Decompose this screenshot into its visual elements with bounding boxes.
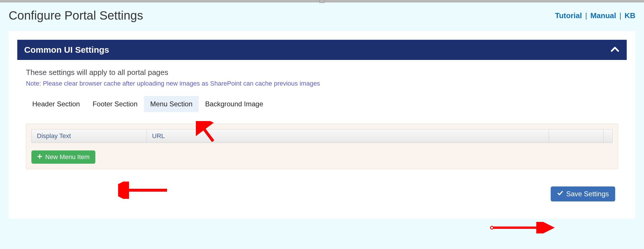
help-links: Tutorial | Manual | KB (555, 11, 635, 20)
help-link-separator: | (585, 11, 587, 20)
column-header-display-text[interactable]: Display Text (32, 129, 147, 143)
svg-point-7 (490, 226, 493, 229)
save-settings-button[interactable]: Save Settings (551, 186, 615, 201)
page-title: Configure Portal Settings (9, 9, 143, 22)
help-link-separator: | (619, 11, 621, 20)
save-row: Save Settings (26, 186, 618, 201)
save-settings-label: Save Settings (566, 190, 609, 198)
tab-header-section[interactable]: Header Section (26, 96, 86, 112)
new-menu-item-label: New Menu Item (45, 153, 90, 161)
plus-icon (37, 153, 42, 161)
column-header-actions (549, 129, 612, 143)
settings-note: Note: Please clear browser cache after u… (26, 80, 618, 87)
tab-menu-section[interactable]: Menu Section (144, 96, 199, 112)
annotation-arrow (490, 222, 556, 233)
manual-link[interactable]: Manual (590, 11, 616, 20)
window-frame-top (0, 0, 644, 2)
tab-background-image[interactable]: Background Image (199, 96, 269, 112)
check-icon (557, 190, 563, 198)
tutorial-link[interactable]: Tutorial (555, 11, 582, 20)
panel-header[interactable]: Common UI Settings (17, 40, 627, 60)
page-header-row: Configure Portal Settings Tutorial | Man… (0, 2, 644, 31)
settings-description: These settings will apply to all portal … (26, 68, 618, 77)
panel-body: These settings will apply to all portal … (17, 60, 627, 204)
column-header-action-1 (549, 129, 604, 143)
tabs: Header Section Footer Section Menu Secti… (26, 96, 618, 112)
new-menu-item-button[interactable]: New Menu Item (31, 150, 95, 164)
kb-link[interactable]: KB (624, 11, 635, 20)
column-header-action-2 (604, 129, 612, 143)
settings-card: Common UI Settings These settings will a… (9, 31, 635, 219)
column-header-url[interactable]: URL (147, 129, 549, 143)
window-frame-notch (319, 0, 325, 3)
chevron-up-icon[interactable] (610, 44, 620, 55)
panel-header-title: Common UI Settings (24, 45, 109, 55)
tab-footer-section[interactable]: Footer Section (86, 96, 144, 112)
menu-items-panel: Display Text URL New Menu Item (26, 124, 618, 169)
menu-table-header: Display Text URL (31, 129, 613, 143)
